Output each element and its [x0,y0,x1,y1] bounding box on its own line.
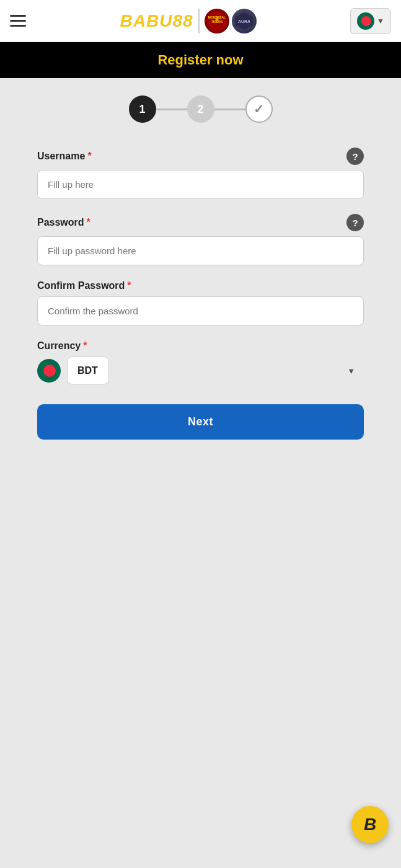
step-2: 2 [187,95,214,123]
header: BABU88 MONTREAL TIGERS AURA [0,0,401,42]
chevron-down-icon: ▼ [377,17,384,25]
password-label-row: Password* ? [37,214,364,231]
logo-prefix: BABU [120,11,173,30]
username-field-group: Username* ? [37,148,364,199]
step-line-2 [214,108,245,110]
currency-flag-icon [37,359,61,383]
svg-text:AURA: AURA [237,19,250,24]
confirm-password-label: Confirm Password* [37,280,131,291]
aura-badge: AURA [232,9,257,33]
confirm-password-label-row: Confirm Password* [37,280,364,291]
hamburger-menu[interactable] [10,15,26,27]
username-input[interactable] [37,170,364,199]
step-indicator: 1 2 ✓ [0,78,401,135]
logo-divider [198,9,200,33]
banner-title: Register now [157,52,243,68]
username-label-row: Username* ? [37,148,364,165]
flag-icon [357,12,374,30]
language-flag-button[interactable]: ▼ [350,8,391,34]
password-help-icon[interactable]: ? [346,214,364,231]
next-button[interactable]: Next [37,404,364,440]
float-badge-button[interactable]: B [351,806,389,843]
tigers-badge: MONTREAL TIGERS [205,9,229,33]
password-field-group: Password* ? [37,214,364,265]
logo-badges: MONTREAL TIGERS AURA [205,9,257,33]
step-3: ✓ [245,95,273,123]
registration-form: Username* ? Password* ? Confirm Password… [0,135,401,464]
currency-row: BDT USD EUR [37,356,364,384]
banner: Register now [0,42,401,78]
confirm-password-input[interactable] [37,296,364,326]
logo-suffix: 88 [172,11,193,30]
step-line-1 [156,108,187,110]
currency-label: Currency* [37,340,87,352]
username-label: Username* [37,151,92,162]
logo-text: BABU88 [120,11,193,31]
confirm-password-field-group: Confirm Password* [37,280,364,326]
currency-select[interactable]: BDT USD EUR [67,356,109,384]
logo-area: BABU88 MONTREAL TIGERS AURA [120,9,257,33]
password-label: Password* [37,217,90,228]
step-1: 1 [129,95,156,123]
currency-field-group: Currency* BDT USD EUR [37,340,364,384]
password-input[interactable] [37,236,364,265]
username-help-icon[interactable]: ? [346,148,364,165]
currency-select-wrapper: BDT USD EUR [67,356,364,384]
currency-label-row: Currency* [37,340,364,352]
